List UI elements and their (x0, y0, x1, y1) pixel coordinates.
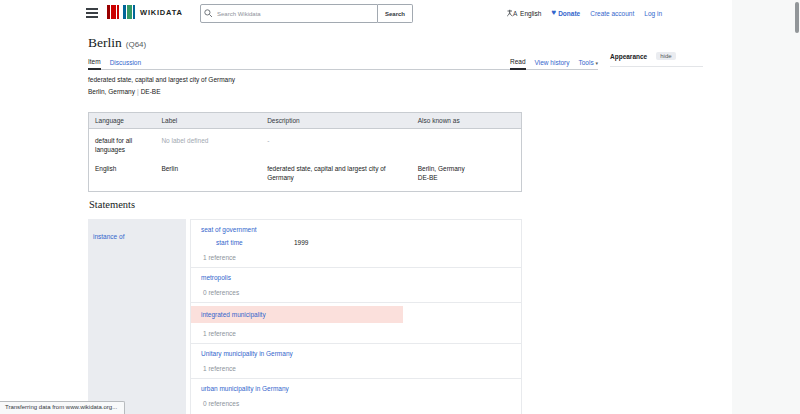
claim-value-link[interactable]: urban municipality in Germany (191, 384, 521, 393)
entity-aliases: Berlin, Germany|DE-BE (88, 86, 528, 98)
appearance-hide-button[interactable]: hide (656, 52, 675, 60)
log-in-link[interactable]: Log in (644, 10, 662, 17)
column-header-description: Description (261, 113, 412, 129)
tab-item[interactable]: Item (88, 58, 101, 70)
wikidata-logo[interactable]: WIKIDATA (107, 5, 183, 19)
references-toggle[interactable]: 1 reference (191, 254, 521, 261)
language-icon: A (507, 9, 518, 17)
column-header-also-known-as: Also known as (412, 113, 522, 129)
statement-group: instance of seat of government start tim… (88, 219, 522, 414)
statements-heading: Statements (89, 199, 135, 210)
references-toggle[interactable]: 1 reference (191, 330, 521, 337)
search-bar: Search (200, 4, 413, 23)
claim-value-link[interactable]: Unitary municipality in Germany (191, 349, 521, 358)
language-label: English (520, 10, 541, 17)
search-button[interactable]: Search (378, 4, 413, 23)
entity-summary: federated state, capital and largest cit… (88, 74, 528, 98)
hamburger-menu-icon[interactable] (86, 8, 98, 18)
cell-description: federated state, capital and largest cit… (261, 159, 412, 192)
statement-row: Unitary municipality in Germany 1 refere… (191, 344, 521, 379)
cell-also-known-as: Berlin, Germany DE-BE (412, 159, 522, 192)
cell-description: - (261, 129, 412, 160)
table-row: English Berlin federated state, capital … (89, 159, 522, 192)
table-row: default for all languages No label defin… (89, 129, 522, 160)
statement-values-panel: seat of government start time 1999 1 ref… (190, 219, 522, 414)
tab-tools-menu[interactable]: Tools ▾ (578, 59, 598, 69)
column-header-language: Language (89, 113, 156, 129)
references-toggle[interactable]: 0 references (191, 289, 521, 296)
tab-view-history[interactable]: View history (535, 59, 570, 69)
claim-value-link[interactable]: seat of government (191, 225, 521, 234)
qualifier-value: 1999 (294, 238, 308, 247)
column-header-label: Label (155, 113, 261, 129)
user-links: A English ♥ Donate Create account Log in (507, 0, 662, 26)
entity-description: federated state, capital and largest cit… (88, 74, 528, 86)
donate-link[interactable]: ♥ Donate (551, 9, 580, 17)
scrollbar-thumb[interactable] (795, 2, 799, 33)
tabs-row: Item Discussion Read View history Tools … (88, 56, 598, 70)
statement-row: metropolis 0 references (191, 268, 521, 303)
svg-text:A: A (513, 10, 518, 17)
terms-table-header-row: Language Label Description Also known as (89, 113, 522, 129)
view-tabs: Read View history Tools ▾ (501, 58, 598, 69)
statement-row-highlighted: integrated municipality 1 reference (191, 303, 521, 344)
search-icon (204, 9, 213, 18)
claim-highlight: integrated municipality (191, 306, 403, 323)
cell-label: Berlin (155, 159, 261, 192)
claim-value-link[interactable]: integrated municipality (191, 310, 266, 319)
wikidata-logo-text: WIKIDATA (140, 8, 183, 17)
entity-id: (Q64) (126, 40, 146, 49)
references-toggle[interactable]: 1 reference (191, 365, 521, 372)
statement-row: seat of government start time 1999 1 ref… (191, 220, 521, 268)
property-link-instance-of[interactable]: instance of (93, 233, 124, 240)
qualifier-property-link[interactable]: start time (216, 238, 294, 247)
appearance-panel: Appearance hide (610, 52, 703, 67)
header: WIKIDATA Search A English ♥ Donate Creat… (0, 0, 732, 26)
cell-also-known-as (412, 129, 522, 160)
page-title: Berlin (88, 35, 122, 50)
heart-icon: ♥ (551, 9, 556, 17)
title-section: Berlin(Q64) Item Discussion Read View hi… (88, 33, 598, 70)
references-toggle[interactable]: 0 references (191, 400, 521, 407)
page-gutter (732, 0, 800, 414)
appearance-heading: Appearance (610, 53, 647, 60)
statement-property-cell: instance of (88, 219, 186, 414)
language-selector[interactable]: A English (507, 9, 541, 17)
create-account-link[interactable]: Create account (590, 10, 634, 17)
browser-status-bar: Transferring data from www.wikidata.org.… (0, 401, 125, 414)
cell-language: English (89, 159, 156, 192)
cell-label: No label defined (155, 129, 261, 160)
search-input[interactable] (200, 4, 378, 23)
qualifier-row: start time 1999 (191, 238, 521, 247)
tab-discussion[interactable]: Discussion (110, 59, 141, 69)
tab-read[interactable]: Read (510, 58, 526, 70)
claim-value-link[interactable]: metropolis (191, 273, 521, 282)
cell-language: default for all languages (89, 129, 156, 160)
terms-table: Language Label Description Also known as… (88, 112, 522, 192)
statement-row: urban municipality in Germany 0 referenc… (191, 379, 521, 413)
chevron-down-icon: ▾ (595, 60, 598, 66)
wikidata-logo-icon (107, 5, 135, 19)
donate-label: Donate (558, 10, 580, 17)
